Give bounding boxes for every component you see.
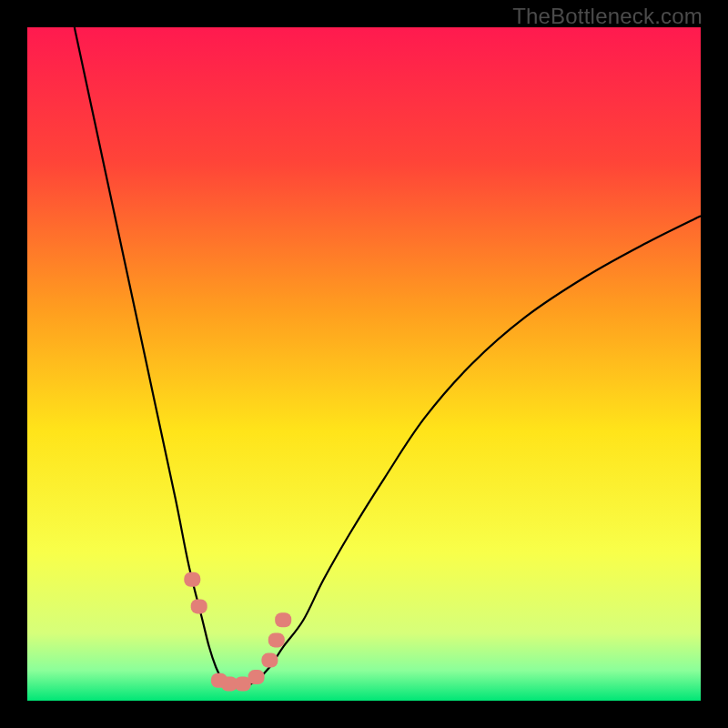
watermark-label: TheBottleneck.com xyxy=(512,4,703,29)
highlight-marker xyxy=(275,612,291,627)
highlight-marker xyxy=(248,670,265,684)
bottleneck-curve xyxy=(75,27,701,688)
chart-svg xyxy=(27,27,701,701)
highlight-marker-group xyxy=(184,572,291,692)
chart-frame: TheBottleneck.com xyxy=(0,0,728,728)
highlight-marker xyxy=(184,572,200,587)
plot-area xyxy=(27,27,701,701)
highlight-marker xyxy=(268,632,285,647)
highlight-marker xyxy=(191,599,207,613)
highlight-marker xyxy=(261,653,278,668)
